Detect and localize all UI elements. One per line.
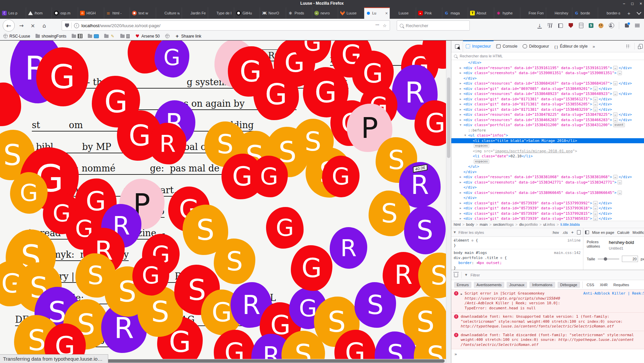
portfolio-blob[interactable]: G <box>132 255 169 296</box>
breadcrumb-item[interactable]: li.title.blabla <box>561 222 580 226</box>
portfolio-blob[interactable]: G <box>250 156 288 197</box>
markup-line[interactable]: ▼<ul class="infos"> <box>451 133 644 138</box>
portfolio-blob[interactable]: G <box>291 245 332 291</box>
markup-line[interactable]: ▶<div class="git" data-id="8697085" data… <box>451 86 644 92</box>
pick-element-button[interactable] <box>451 41 463 52</box>
bookmark-star-icon[interactable]: ☆ <box>383 23 387 28</box>
console-filter-button[interactable]: Journaux <box>507 282 527 288</box>
menu-icon[interactable] <box>635 24 640 27</box>
tab-console[interactable]: Console <box>494 41 520 52</box>
ellipsis-badge[interactable]: … <box>593 97 597 101</box>
ellipsis-badge[interactable]: … <box>618 191 622 195</box>
more-tools-icon[interactable]: » <box>590 41 597 52</box>
browser-tab[interactable]: ▸Pink <box>416 7 442 19</box>
responsive-mode-icon[interactable] <box>639 44 643 49</box>
grid-highlighter-icon[interactable] <box>626 44 630 48</box>
expand-arrow-icon[interactable]: ▶ <box>460 174 463 180</box>
ellipsis-badge[interactable]: … <box>613 175 618 179</box>
browser-tab[interactable]: Hershey <box>546 7 572 19</box>
tab-close-icon[interactable]: × <box>385 11 388 16</box>
bookmark-item[interactable]: ♥Arsene 50 <box>135 34 160 39</box>
portfolio-blob[interactable]: S <box>75 253 116 298</box>
font-size-slider[interactable] <box>598 259 619 259</box>
console-filter-button[interactable]: Informations <box>529 282 555 288</box>
expand-arrow-icon[interactable]: ▼ <box>460 122 463 128</box>
markup-line[interactable]: <img src="images/portfolio/mirage-2018-0… <box>451 149 644 154</box>
markup-line[interactable]: ▼<div class="portfolio" data-id="1538431… <box>451 122 644 128</box>
markup-line[interactable]: ▶<div class="resources" data-id="1538684… <box>451 81 644 86</box>
browser-tab[interactable]: ЖNevrO <box>260 7 286 19</box>
tab-inspector[interactable]: Inspecteur <box>463 41 494 52</box>
dock-3pane-icon[interactable] <box>585 230 589 234</box>
markup-line[interactable]: </div> <box>451 60 644 65</box>
close-icon[interactable]: × <box>640 1 642 6</box>
ellipsis-badge[interactable]: … <box>613 92 618 96</box>
expand-arrow-icon[interactable]: ▶ <box>460 190 463 196</box>
new-tab-button[interactable]: + <box>624 7 634 19</box>
browser-tab[interactable]: Free Font <box>520 7 546 19</box>
font-size-unit[interactable]: px <box>641 257 644 261</box>
expand-arrow-icon[interactable]: ▶ <box>460 97 463 102</box>
stylus-icon[interactable]: S <box>589 23 593 28</box>
markup-line[interactable]: ▶<div class="resources" data-id="1539161… <box>451 65 644 71</box>
site-info-icon[interactable]: i <box>74 23 79 28</box>
breadcrumb-item[interactable]: ul.infos <box>543 222 555 226</box>
reader-page-icon[interactable] <box>579 23 583 28</box>
bookmark-item[interactable] <box>120 34 130 38</box>
portfolio-blob[interactable]: S <box>418 253 446 298</box>
breadcrumb-item[interactable]: main <box>480 222 488 226</box>
markup-line[interactable]: ▶<div class="git" data-id="8171381" data… <box>451 97 644 102</box>
ellipsis-badge[interactable]: … <box>593 211 597 216</box>
portfolio-blob[interactable]: S <box>404 206 446 254</box>
markup-line[interactable]: ▶<div class="screenshots" data-id="15390… <box>451 70 644 76</box>
expand-arrow-icon[interactable]: ▼ <box>464 133 468 138</box>
browser-tab[interactable]: ζLes p <box>0 7 26 19</box>
back-button[interactable]: ← <box>3 19 15 32</box>
ellipsis-badge[interactable]: … <box>593 102 597 106</box>
expand-arrow-icon[interactable]: ▶ <box>460 91 463 97</box>
maximize-icon[interactable]: □ <box>631 1 634 6</box>
browser-tab[interactable]: text w <box>130 7 156 19</box>
markup-line[interactable]: </div> <box>451 195 644 201</box>
browser-tab[interactable]: Type de l <box>208 7 234 19</box>
tampermonkey-icon[interactable] <box>598 23 603 28</box>
markup-line[interactable]: espaces <box>451 159 644 164</box>
browser-tab[interactable]: TAbout <box>468 7 494 19</box>
expand-arrow-icon[interactable]: ▶ <box>460 70 463 76</box>
class-button[interactable]: .cls <box>562 230 568 235</box>
markup-line[interactable]: ▶<div class="screenshots" data-id="15380… <box>451 190 644 196</box>
bookmark-item[interactable]: +Shaare link <box>175 34 201 39</box>
print-sim-icon[interactable] <box>577 230 581 235</box>
expand-arrow-icon[interactable]: ▶ <box>460 86 463 92</box>
browser-tab[interactable]: Culture w <box>156 7 182 19</box>
browser-tab[interactable]: ılıHIGH <box>78 7 104 19</box>
markup-line[interactable]: ▶<div class="git" data-id="8171381" data… <box>451 102 644 107</box>
markup-line[interactable]: ▶<div class="git" data-id="8573939" data… <box>451 201 644 206</box>
breadcrumb-item[interactable]: section#logs <box>493 222 514 226</box>
home-button[interactable]: ⌂ <box>40 21 49 30</box>
markup-line[interactable]: </div> <box>451 169 644 175</box>
ellipsis-badge[interactable]: … <box>613 66 618 70</box>
markup-line[interactable]: ▶<div class="git" data-id="8573939" data… <box>451 206 644 211</box>
url-bar[interactable]: i localhost/www/2020/luuse.io/root-page/… <box>62 20 390 31</box>
browser-tab[interactable]: ≡html - <box>104 7 130 19</box>
console-filter-button[interactable]: Requêtes <box>612 282 631 288</box>
sidebar-icon[interactable] <box>558 23 563 28</box>
expand-arrow-icon[interactable]: ▶ <box>460 65 463 71</box>
expand-arrow-icon[interactable]: ▶ <box>460 180 463 185</box>
stop-button[interactable]: × <box>28 21 38 30</box>
scrollbar-thumb[interactable] <box>447 77 450 158</box>
markup-line[interactable]: ::before <box>451 128 644 133</box>
ellipsis-badge[interactable]: … <box>613 81 618 86</box>
console-filter-button[interactable]: Débogage <box>558 282 580 288</box>
add-rule-button[interactable]: + <box>571 230 574 235</box>
markup-line[interactable]: espaces <box>451 143 644 149</box>
browser-tab[interactable]: Luuse <box>338 7 364 19</box>
markup-line[interactable]: ▶<div class="resources" data-id="1538478… <box>451 112 644 117</box>
breadcrumb-item[interactable]: div.portfolio <box>519 222 537 226</box>
expand-arrow-icon[interactable]: ▶ <box>460 107 463 112</box>
browser-tab[interactable]: border-s <box>598 7 624 19</box>
forward-button[interactable]: → <box>17 21 26 30</box>
markup-line[interactable]: ▶<div class="resources" data-id="1538466… <box>451 117 644 123</box>
ellipsis-badge[interactable]: … <box>618 180 622 185</box>
